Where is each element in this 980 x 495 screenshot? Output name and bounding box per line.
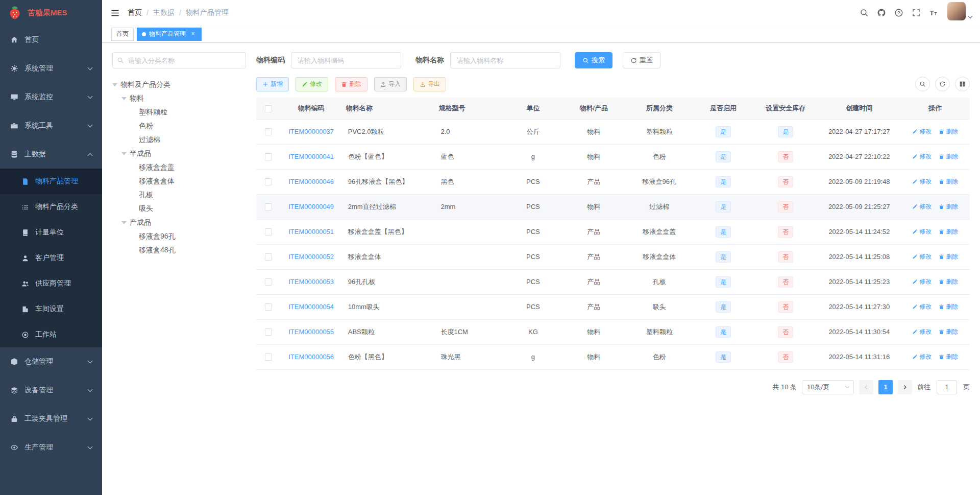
sidebar-subitem-customer-management[interactable]: 客户管理	[0, 245, 102, 271]
row-edit-link[interactable]: 修改	[912, 277, 932, 286]
tree-node[interactable]: 色粉	[112, 119, 246, 133]
table-row[interactable]: ITEM00000056色粉【黑色】珠光黑g物料色粉是否2022-05-14 1…	[256, 344, 970, 369]
sidebar-item-system-monitor[interactable]: 系统监控	[0, 83, 102, 111]
help-button[interactable]	[890, 0, 908, 26]
row-edit-link[interactable]: 修改	[912, 177, 932, 186]
edit-button[interactable]: 修改	[296, 77, 328, 91]
refresh-table-button[interactable]	[935, 77, 950, 91]
goto-page-input[interactable]	[937, 380, 957, 394]
row-delete-link[interactable]: 删除	[939, 352, 958, 361]
tree-node[interactable]: 物料及产品分类	[112, 78, 246, 91]
table-row[interactable]: ITEM00000037PVC2.0颗粒2.0公斤物料塑料颗粒是是2022-04…	[256, 119, 970, 144]
row-delete-link[interactable]: 删除	[939, 152, 958, 161]
sidebar-item-system-management[interactable]: 系统管理	[0, 54, 102, 83]
tab-material-product-management[interactable]: 物料产品管理	[137, 28, 202, 41]
row-checkbox[interactable]	[265, 253, 272, 261]
breadcrumb-item-master-data[interactable]: 主数据	[153, 8, 175, 17]
sidebar-subitem-workshop-settings[interactable]: 车间设置	[0, 296, 102, 322]
tree-node[interactable]: 孔板	[112, 188, 246, 202]
fullscreen-button[interactable]	[908, 0, 925, 26]
tree-node[interactable]: 吸头	[112, 202, 246, 216]
export-button[interactable]: 导出	[413, 77, 446, 91]
row-delete-link[interactable]: 删除	[939, 202, 958, 211]
delete-button[interactable]: 删除	[335, 77, 368, 91]
prev-page-button[interactable]	[859, 380, 873, 394]
material-name-input[interactable]	[450, 52, 560, 68]
material-code-link[interactable]: ITEM00000052	[288, 253, 334, 261]
sidebar-subitem-measurement-unit[interactable]: 计量单位	[0, 220, 102, 245]
material-code-link[interactable]: ITEM00000046	[288, 178, 334, 185]
header-search-button[interactable]	[855, 0, 873, 26]
row-edit-link[interactable]: 修改	[912, 327, 932, 336]
sidebar-subitem-material-product-category[interactable]: 物料产品分类	[0, 194, 102, 220]
sidebar-subitem-supplier-management[interactable]: 供应商管理	[0, 271, 102, 296]
sidebar-item-home[interactable]: 首页	[0, 26, 102, 54]
tree-node[interactable]: 移液盒48孔	[112, 243, 246, 257]
avatar[interactable]	[947, 2, 966, 20]
row-checkbox[interactable]	[265, 278, 272, 286]
tree-node[interactable]: 移液盒96孔	[112, 229, 246, 243]
page-size-select[interactable]: 10条/页	[802, 380, 854, 394]
sidebar-item-warehouse-management[interactable]: 仓储管理	[0, 347, 102, 376]
add-button[interactable]: 新增	[256, 77, 289, 91]
font-size-button[interactable]	[925, 0, 942, 26]
sidebar-item-system-tools[interactable]: 系统工具	[0, 111, 102, 140]
row-edit-link[interactable]: 修改	[912, 302, 932, 311]
sidebar-item-equipment-management[interactable]: 设备管理	[0, 376, 102, 405]
sidebar-subitem-workstation[interactable]: 工作站	[0, 322, 102, 347]
search-button[interactable]: 搜索	[575, 52, 612, 68]
tree-node[interactable]: 产成品	[112, 216, 246, 229]
sidebar-item-master-data[interactable]: 主数据	[0, 140, 102, 169]
material-code-link[interactable]: ITEM00000056	[288, 353, 334, 361]
material-code-input[interactable]	[291, 52, 401, 68]
row-checkbox[interactable]	[265, 153, 272, 160]
user-menu[interactable]	[947, 2, 972, 23]
breadcrumb-item-home[interactable]: 首页	[128, 8, 142, 17]
material-code-link[interactable]: ITEM00000037	[288, 128, 334, 135]
row-delete-link[interactable]: 删除	[939, 127, 958, 136]
row-edit-link[interactable]: 修改	[912, 252, 932, 261]
tree-node[interactable]: 塑料颗粒	[112, 105, 246, 119]
reset-button[interactable]: 重置	[623, 52, 660, 68]
close-tab-icon[interactable]	[189, 31, 197, 38]
sidebar-subitem-material-product-management[interactable]: 物料产品管理	[0, 169, 102, 194]
row-edit-link[interactable]: 修改	[912, 127, 932, 136]
table-row[interactable]: ITEM00000055ABS颗粒长度1CMKG物料塑料颗粒是否2022-05-…	[256, 319, 970, 344]
tree-node[interactable]: 过滤棉	[112, 133, 246, 147]
row-edit-link[interactable]: 修改	[912, 152, 932, 161]
material-code-link[interactable]: ITEM00000049	[288, 203, 334, 210]
select-all-checkbox[interactable]	[265, 105, 272, 112]
row-delete-link[interactable]: 删除	[939, 227, 958, 236]
app-logo[interactable]: 苦糖果MES	[0, 0, 102, 26]
material-code-link[interactable]: ITEM00000055	[288, 328, 334, 336]
tree-node[interactable]: 物料	[112, 91, 246, 105]
row-checkbox[interactable]	[265, 353, 272, 361]
row-edit-link[interactable]: 修改	[912, 202, 932, 211]
github-link[interactable]	[873, 0, 890, 26]
table-row[interactable]: ITEM00000041色粉【蓝色】蓝色g物料色粉是否2022-04-27 22…	[256, 144, 970, 169]
row-edit-link[interactable]: 修改	[912, 352, 932, 361]
row-delete-link[interactable]: 删除	[939, 327, 958, 336]
sidebar-item-tooling-fixture-management[interactable]: 工装夹具管理	[0, 405, 102, 433]
tree-node[interactable]: 移液盒盒盖	[112, 160, 246, 174]
row-checkbox[interactable]	[265, 128, 272, 135]
material-code-link[interactable]: ITEM00000051	[288, 228, 334, 235]
row-delete-link[interactable]: 删除	[939, 177, 958, 186]
table-row[interactable]: ITEM0000005410mm吸头PCS产品吸头是否2022-05-14 11…	[256, 294, 970, 319]
row-checkbox[interactable]	[265, 178, 272, 185]
material-code-link[interactable]: ITEM00000041	[288, 153, 334, 160]
table-row[interactable]: ITEM000000492mm直径过滤棉2mmPCS物料过滤棉是否2022-05…	[256, 194, 970, 219]
row-edit-link[interactable]: 修改	[912, 227, 932, 236]
import-button[interactable]: 导入	[374, 77, 407, 91]
tree-node[interactable]: 半成品	[112, 147, 246, 160]
row-delete-link[interactable]: 删除	[939, 277, 958, 286]
page-1-button[interactable]: 1	[878, 380, 893, 394]
sidebar-item-production-management[interactable]: 生产管理	[0, 433, 102, 462]
hamburger-toggle[interactable]	[102, 0, 128, 26]
next-page-button[interactable]	[898, 380, 912, 394]
column-settings-button[interactable]	[955, 77, 970, 91]
material-code-link[interactable]: ITEM00000053	[288, 278, 334, 286]
row-delete-link[interactable]: 删除	[939, 302, 958, 311]
row-delete-link[interactable]: 删除	[939, 252, 958, 261]
toggle-search-button[interactable]	[915, 77, 930, 91]
